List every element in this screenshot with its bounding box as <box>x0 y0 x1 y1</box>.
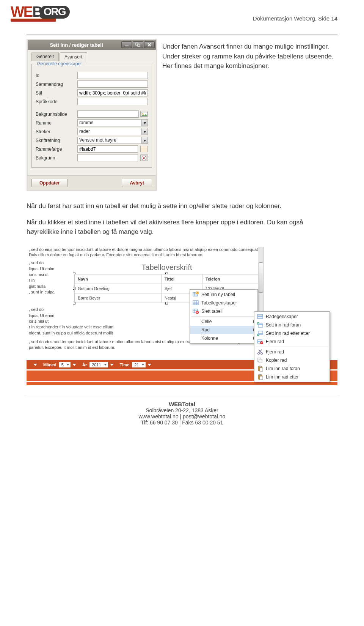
label-id: Id <box>36 73 77 78</box>
ctx-delete-row[interactable]: Fjern rad <box>254 337 329 346</box>
svg-rect-8 <box>193 301 198 305</box>
svg-point-20 <box>258 352 259 354</box>
label-rules: Streker <box>36 129 77 134</box>
label-frame: Ramme <box>36 120 77 126</box>
paste-icon <box>257 374 264 380</box>
cut-icon <box>257 349 264 355</box>
paste-icon <box>257 366 264 372</box>
col-name: Navn <box>75 274 162 284</box>
select-year[interactable]: 2011 <box>89 362 108 368</box>
table-new-icon <box>192 292 199 298</box>
dialog-title: Sett inn / rediger tabell <box>31 42 121 48</box>
input-bordercolor[interactable] <box>77 145 138 153</box>
svg-rect-14 <box>258 324 263 325</box>
dialog-titlebar: Sett inn / rediger tabell <box>28 40 156 50</box>
svg-rect-29 <box>260 376 263 380</box>
logo-part-org: ORG <box>40 6 70 19</box>
footer-web: www.webtotal.no | post@webtotal.no <box>27 413 337 419</box>
label-bgimage: Bakgrunnsbilde <box>36 112 77 117</box>
copy-icon <box>257 357 264 363</box>
footer-tel: Tlf: 66 90 07 30 | Faks 63 00 20 51 <box>27 419 337 426</box>
select-time[interactable]: 21 <box>132 362 146 368</box>
input-style[interactable] <box>77 89 148 96</box>
bgcolor-swatch-icon[interactable] <box>140 155 148 161</box>
ctx-delete-table[interactable]: Slett tabell <box>190 307 257 315</box>
ctx-insert-table[interactable]: Sett inn ny tabell <box>190 290 257 299</box>
label-bordercolor: Rammefarge <box>36 147 77 152</box>
ctx-row-props[interactable]: Radegenskaper <box>254 312 329 321</box>
select-direction[interactable]: Venstre mot høyre▾ <box>77 137 148 144</box>
side-paragraph: Under fanen Avansert finner du mange mul… <box>162 39 337 191</box>
tab-general[interactable]: Generelt <box>31 52 59 61</box>
select-rules[interactable]: rader▾ <box>77 128 148 135</box>
label-style: Stil <box>36 90 77 96</box>
table-delete-icon <box>192 308 199 314</box>
svg-point-21 <box>261 352 262 354</box>
svg-rect-12 <box>257 316 263 317</box>
input-summary[interactable] <box>77 80 148 88</box>
col-title: Tittel <box>161 274 202 284</box>
ctx-row-submenu[interactable]: Rad <box>190 326 257 334</box>
ctx-cut-row[interactable]: Fjern rad <box>254 348 329 356</box>
dropdown-arrow-icon[interactable] <box>33 364 37 366</box>
page-header-text: Dokumentasjon WebOrg, Side 14 <box>27 15 337 22</box>
ctx-copy-row[interactable]: Kopier rad <box>254 356 329 364</box>
label-bgcolor: Bakgrunn <box>36 155 77 161</box>
ctx-insert-row-after[interactable]: Sett inn rad etter etter <box>254 329 329 337</box>
context-menu-row: Radegenskaper Sett inn rad foran Sett in… <box>254 311 330 382</box>
chevron-down-icon: ▾ <box>141 128 147 135</box>
close-icon[interactable] <box>144 41 155 48</box>
scrollbar-thumb[interactable] <box>259 262 263 293</box>
label-direction: Skriftretning <box>36 138 77 143</box>
footer-addr: Solbråveien 20-22, 1383 Asker <box>27 407 337 413</box>
footer-brand: WEBTotal <box>27 401 337 407</box>
row-delete-icon <box>257 339 264 345</box>
tab-advanced[interactable]: Avansert <box>60 52 87 61</box>
chevron-down-icon <box>104 364 107 366</box>
maximize-icon[interactable] <box>133 41 143 48</box>
chevron-down-icon: ▾ <box>141 120 147 126</box>
fieldset-legend: Generelle egenskaper <box>36 61 83 66</box>
row-insert-before-icon <box>257 322 264 328</box>
chevron-down-icon <box>66 364 69 366</box>
label-lang: Språkkode <box>36 99 77 104</box>
label-month: Måned <box>43 363 56 367</box>
input-bgimage[interactable] <box>77 110 139 118</box>
ctx-table-props[interactable]: Tabellegenskaper <box>190 299 257 307</box>
table-caption: Tabelloverskrift <box>74 263 259 272</box>
fieldset-general-properties: Generelle egenskaper Id Sammendrag Stil … <box>31 61 152 168</box>
dropdown-arrow-icon[interactable] <box>147 364 151 366</box>
svg-rect-28 <box>259 374 261 375</box>
paragraph-2: Når du først har satt inn en tabell er d… <box>27 201 337 211</box>
label-time: Time <box>120 363 129 367</box>
select-month[interactable]: 5 <box>59 362 71 368</box>
bordercolor-swatch-icon[interactable] <box>140 146 148 152</box>
svg-rect-7 <box>196 292 198 294</box>
dropdown-arrow-icon[interactable] <box>72 364 76 366</box>
ctx-column-submenu[interactable]: Kolonne <box>190 334 257 342</box>
update-button[interactable]: Oppdater <box>31 179 67 187</box>
table-properties-dialog: Sett inn / rediger tabell Generelt <box>27 39 157 191</box>
ctx-paste-row-after[interactable]: Lim inn rad etter <box>254 373 329 381</box>
svg-rect-25 <box>259 366 261 367</box>
ctx-insert-row-before[interactable]: Sett inn rad foran <box>254 321 329 329</box>
minimize-icon[interactable] <box>121 41 132 48</box>
paragraph-3: Når du klikker et sted inne i tabellen v… <box>27 218 337 237</box>
logo-part-web: WE <box>11 4 32 20</box>
logo: WEBORG <box>11 4 70 22</box>
page-footer: WEBTotal Solbråveien 20-22, 1383 Asker w… <box>27 397 337 426</box>
select-frame[interactable]: ramme▾ <box>77 119 148 126</box>
input-id[interactable] <box>77 72 148 79</box>
ctx-paste-row-before[interactable]: Lim inn rad foran <box>254 364 329 373</box>
label-summary: Sammendrag <box>36 82 77 87</box>
svg-rect-16 <box>258 333 263 334</box>
input-lang[interactable] <box>77 98 148 105</box>
svg-rect-0 <box>125 46 129 46</box>
dropdown-arrow-icon[interactable] <box>110 364 114 366</box>
browse-image-icon[interactable] <box>140 111 148 117</box>
context-menu-table: Sett inn ny tabell Tabellegenskaper Slet… <box>190 289 258 344</box>
cancel-button[interactable]: Avbryt <box>122 179 152 187</box>
lorem-left-col: , sed do liqua. Ut enim ioris nisi ut r … <box>29 260 74 303</box>
ctx-cell-submenu[interactable]: Celle <box>190 317 257 326</box>
input-bgcolor[interactable] <box>77 154 138 161</box>
